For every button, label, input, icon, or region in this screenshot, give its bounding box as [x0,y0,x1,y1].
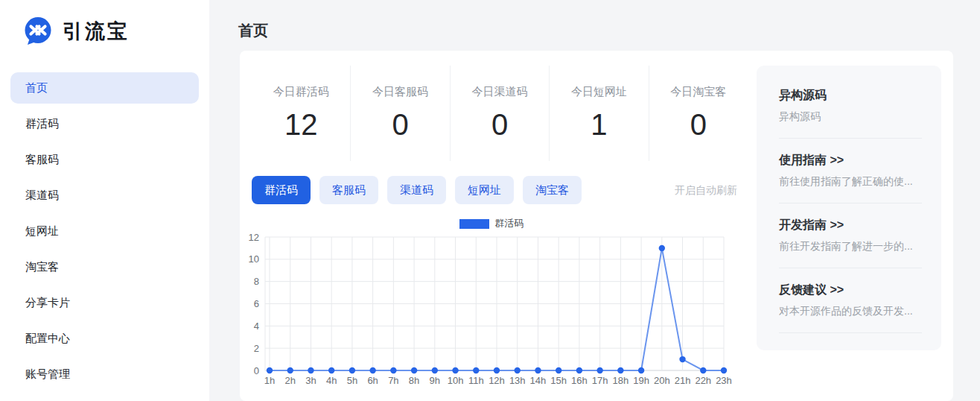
info-section-desc: 前往使用指南了解正确的使... [779,175,922,189]
legend-swatch [459,219,489,229]
data-point-10h[interactable] [452,367,458,373]
stat-card-0: 今日群活码12 [252,66,351,161]
divider [779,138,922,139]
x-tick-label: 9h [430,375,440,386]
sidebar-item-1[interactable]: 群活码 [10,108,199,139]
x-tick-label: 4h [326,375,337,386]
stat-card-4: 今日淘宝客0 [649,66,748,161]
stat-label: 今日群活码 [273,85,329,99]
data-point-5h[interactable] [349,367,355,373]
sidebar-item-5[interactable]: 淘宝客 [10,251,199,282]
auto-refresh-toggle[interactable]: 开启自动刷新 [252,184,737,198]
data-point-16h[interactable] [576,367,582,373]
y-tick-label: 10 [249,253,259,265]
info-section-desc: 前往开发指南了解进一步的... [779,240,922,253]
x-tick-label: 15h [550,375,567,386]
info-section-link[interactable]: 异构源码 [779,88,922,104]
x-tick-label: 23h [716,375,732,386]
data-point-7h[interactable] [390,367,396,373]
stats-row: 今日群活码12今日客服码0今日渠道码0今日短网址1今日淘宝客0 [252,66,748,161]
line-chart: 0246810121h2h3h4h5h6h7h8h9h10h11h12h13h1… [246,230,737,394]
x-tick-label: 12h [489,375,505,386]
x-tick-label: 3h [305,375,316,386]
divider [779,203,922,203]
info-section-desc: 异构源码 [779,110,922,124]
data-point-18h[interactable] [617,367,623,373]
stat-card-3: 今日短网址1 [550,66,649,161]
legend-label: 群活码 [495,217,524,230]
stat-value: 0 [491,108,508,142]
x-tick-label: 7h [388,375,398,386]
stat-value: 1 [591,108,607,142]
sidebar: 引流宝 首页群活码客服码渠道码短网址淘宝客分享卡片配置中心账号管理 [0,0,209,401]
data-point-20h[interactable] [659,245,665,251]
sidebar-item-7[interactable]: 配置中心 [10,323,199,354]
sidebar-item-3[interactable]: 渠道码 [10,180,199,211]
app-name: 引流宝 [63,18,130,45]
x-tick-label: 17h [592,375,608,386]
x-tick-label: 22h [695,375,711,386]
data-point-19h[interactable] [638,367,644,373]
data-point-8h[interactable] [411,367,417,373]
page-title: 首页 [238,21,268,41]
x-tick-label: 19h [633,375,649,386]
sidebar-item-4[interactable]: 短网址 [10,215,199,247]
info-panel: 异构源码异构源码使用指南 >>前往使用指南了解正确的使...开发指南 >>前往开… [757,66,941,350]
stat-card-2: 今日渠道码0 [451,66,550,161]
x-tick-label: 5h [347,375,357,386]
y-tick-label: 2 [254,343,259,354]
x-tick-label: 2h [284,375,295,386]
x-tick-label: 10h [448,375,464,386]
stat-value: 12 [284,108,318,142]
data-point-9h[interactable] [432,367,438,373]
info-section-0: 异构源码异构源码 [779,88,922,124]
x-tick-label: 8h [409,375,419,386]
sidebar-item-2[interactable]: 客服码 [10,144,199,175]
x-tick-label: 6h [367,375,378,386]
stat-label: 今日淘宝客 [670,85,726,99]
sidebar-item-6[interactable]: 分享卡片 [10,287,199,318]
data-point-3h[interactable] [308,367,314,373]
divider [779,332,922,333]
y-tick-label: 4 [254,321,259,332]
data-point-12h[interactable] [494,367,500,373]
sidebar-item-0[interactable]: 首页 [10,72,199,104]
info-section-link[interactable]: 使用指南 >> [779,153,922,168]
data-point-13h[interactable] [515,367,521,373]
y-tick-label: 8 [254,276,259,287]
stat-label: 今日客服码 [372,85,428,99]
app-logo: 引流宝 [0,0,209,46]
x-tick-label: 21h [675,375,691,386]
data-point-21h[interactable] [679,356,685,362]
stat-value: 0 [690,108,707,142]
info-section-1: 使用指南 >>前往使用指南了解正确的使... [779,153,922,189]
chat-bubble-xx-icon [22,16,54,47]
data-point-14h[interactable] [535,367,541,373]
x-tick-label: 20h [654,375,670,386]
data-point-23h[interactable] [721,367,727,373]
data-point-15h[interactable] [556,367,561,373]
info-section-2: 开发指南 >>前往开发指南了解进一步的... [779,218,922,253]
x-tick-label: 11h [468,375,484,386]
x-tick-label: 14h [530,375,547,386]
info-section-link[interactable]: 反馈建议 >> [779,282,922,298]
stat-label: 今日短网址 [571,85,627,99]
sidebar-menu: 首页群活码客服码渠道码短网址淘宝客分享卡片配置中心账号管理 [0,72,209,390]
sidebar-item-8[interactable]: 账号管理 [10,359,199,390]
data-point-4h[interactable] [328,367,334,373]
data-point-6h[interactable] [369,367,375,373]
y-tick-label: 12 [249,232,259,243]
info-section-link[interactable]: 开发指南 >> [779,218,922,233]
stat-label: 今日渠道码 [472,85,528,99]
data-point-11h[interactable] [473,367,479,373]
info-section-3: 反馈建议 >>对本开源作品的反馈及开发... [779,282,922,318]
x-tick-label: 18h [613,375,629,386]
data-point-2h[interactable] [287,367,293,373]
data-point-1h[interactable] [267,367,273,373]
data-point-22h[interactable] [700,367,706,373]
y-tick-label: 0 [254,365,259,376]
data-point-17h[interactable] [596,367,602,373]
stat-value: 0 [392,108,408,142]
y-tick-label: 6 [254,298,259,309]
chart-legend: 群活码 [246,217,737,230]
